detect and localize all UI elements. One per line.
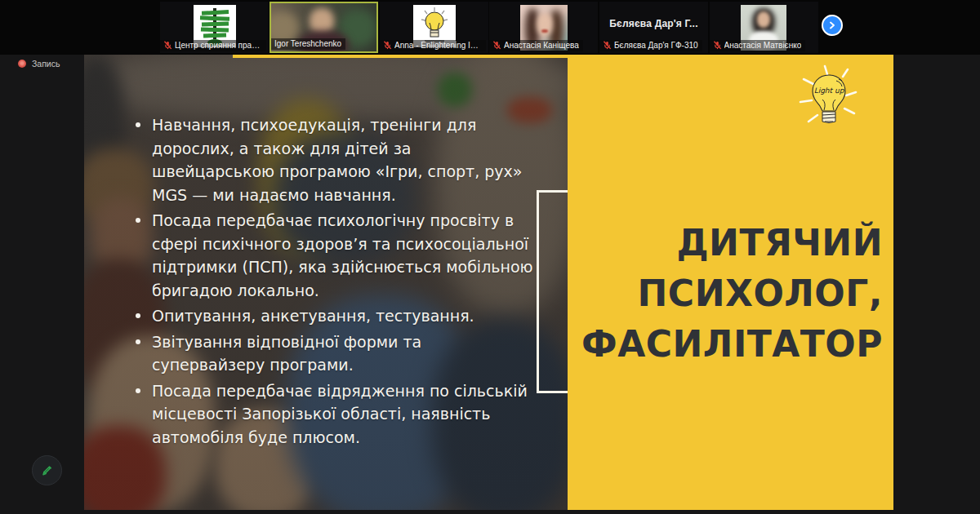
participant-tile-anastasiia-matviienko[interactable]: Анастасія Матвієнко bbox=[710, 2, 818, 53]
bullet-item: Звітування відповідної форми та супервай… bbox=[133, 330, 535, 377]
participant-name: Анастасія Каніщева bbox=[504, 41, 579, 50]
participant-tile-igor-tereshchenko[interactable]: Igor Tereshchenko bbox=[270, 2, 378, 53]
muted-mic-icon bbox=[713, 41, 722, 50]
title-line: ПСИХОЛОГ, bbox=[581, 268, 883, 319]
muted-mic-icon bbox=[492, 41, 501, 50]
participant-strip: Центр сприяння працевлашт... Igor Teresh… bbox=[0, 0, 980, 55]
title-line: ДИТЯЧИЙ bbox=[581, 218, 883, 268]
title-panel: Light up ДИТЯЧИЙ ПСИХОЛОГ, ФАСИЛІТАТОР bbox=[568, 55, 893, 510]
bullet-item: Посада передбачає психологічну просвіту … bbox=[133, 209, 535, 302]
slide-bullet-list: Навчання, психоедукація, тренінги для до… bbox=[133, 113, 535, 451]
slide-top-accent-bar bbox=[233, 55, 893, 58]
participant-tile-center-spryiannia[interactable]: Центр сприяння працевлашт... bbox=[160, 2, 269, 53]
participant-tile-anna-enlightening[interactable]: Anna - Enlightening Initiative ... bbox=[380, 2, 488, 53]
participant-name: Бєляєва Дар'я ГФ-310 bbox=[614, 41, 698, 50]
muted-mic-icon bbox=[163, 41, 172, 50]
chevron-right-icon bbox=[828, 21, 836, 29]
title-line: ФАСИЛІТАТОР bbox=[581, 319, 883, 370]
annotate-button[interactable] bbox=[32, 455, 62, 485]
record-icon bbox=[18, 60, 26, 68]
presentation-slide: Навчання, психоедукація, тренінги для до… bbox=[84, 55, 893, 510]
muted-mic-icon bbox=[603, 41, 612, 50]
bullet-item: Навчання, психоедукація, тренінги для до… bbox=[133, 113, 535, 206]
muted-mic-icon bbox=[383, 41, 392, 50]
participant-name: Анастасія Матвієнко bbox=[724, 41, 802, 50]
recording-label: Запись bbox=[32, 59, 60, 69]
recording-indicator[interactable]: Запись bbox=[18, 59, 60, 69]
participant-display-name: Бєляєва Дар'я Г... bbox=[599, 18, 708, 29]
svg-text:Light up: Light up bbox=[814, 86, 845, 95]
slide-title: ДИТЯЧИЙ ПСИХОЛОГ, ФАСИЛІТАТОР bbox=[581, 218, 883, 370]
lightbulb-icon: Light up bbox=[794, 61, 864, 140]
bullet-item: Опитування, анкетування, тестування. bbox=[133, 304, 535, 328]
participant-name: Anna - Enlightening Initiative ... bbox=[394, 41, 482, 50]
participant-name: Igor Tereshchenko bbox=[274, 39, 341, 48]
bullet-item: Посада передбачає відрядження по сільськ… bbox=[133, 379, 535, 450]
participant-name: Центр сприяння працевлашт... bbox=[175, 41, 262, 50]
participant-tile-anastasiia-kanishcheva[interactable]: Анастасія Каніщева bbox=[489, 2, 598, 53]
next-participants-button[interactable] bbox=[822, 15, 843, 36]
pencil-icon bbox=[40, 463, 55, 478]
participant-tile-bieliaieva-daria[interactable]: Бєляєва Дар'я Г... Бєляєва Дар'я ГФ-310 bbox=[599, 2, 708, 53]
